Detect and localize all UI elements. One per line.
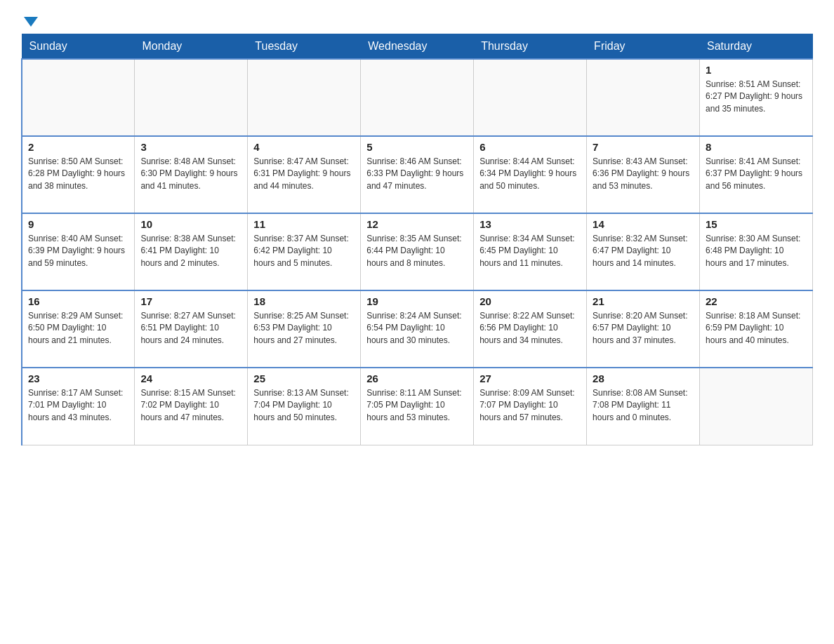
calendar-cell: [587, 59, 700, 136]
day-number: 11: [253, 218, 355, 230]
calendar-week-0: 1Sunrise: 8:51 AM Sunset: 6:27 PM Daylig…: [22, 59, 813, 136]
weekday-header-sunday: Sunday: [22, 34, 135, 60]
calendar-header: SundayMondayTuesdayWednesdayThursdayFrid…: [22, 34, 813, 60]
calendar-cell: [135, 59, 248, 136]
day-info: Sunrise: 8:09 AM Sunset: 7:07 PM Dayligh…: [479, 387, 581, 424]
day-info: Sunrise: 8:34 AM Sunset: 6:45 PM Dayligh…: [479, 233, 581, 269]
day-info: Sunrise: 8:24 AM Sunset: 6:54 PM Dayligh…: [366, 310, 468, 347]
calendar-week-1: 2Sunrise: 8:50 AM Sunset: 6:28 PM Daylig…: [22, 136, 813, 213]
day-info: Sunrise: 8:29 AM Sunset: 6:50 PM Dayligh…: [28, 310, 128, 347]
day-number: 19: [366, 295, 468, 307]
day-info: Sunrise: 8:20 AM Sunset: 6:57 PM Dayligh…: [593, 310, 694, 347]
weekday-header-monday: Monday: [135, 34, 248, 60]
day-number: 26: [366, 373, 468, 384]
calendar-cell: 25Sunrise: 8:13 AM Sunset: 7:04 PM Dayli…: [248, 368, 361, 445]
day-info: Sunrise: 8:37 AM Sunset: 6:42 PM Dayligh…: [253, 233, 355, 269]
weekday-header-saturday: Saturday: [700, 34, 813, 60]
weekday-header-wednesday: Wednesday: [361, 34, 474, 60]
page-header: [21, 14, 813, 27]
day-number: 20: [479, 295, 581, 307]
day-info: Sunrise: 8:41 AM Sunset: 6:37 PM Dayligh…: [706, 156, 807, 192]
calendar-cell: 7Sunrise: 8:43 AM Sunset: 6:36 PM Daylig…: [587, 136, 700, 213]
day-info: Sunrise: 8:51 AM Sunset: 6:27 PM Dayligh…: [706, 79, 807, 115]
calendar-cell: 15Sunrise: 8:30 AM Sunset: 6:48 PM Dayli…: [700, 213, 813, 290]
calendar-cell: 2Sunrise: 8:50 AM Sunset: 6:28 PM Daylig…: [22, 136, 135, 213]
calendar-week-4: 23Sunrise: 8:17 AM Sunset: 7:01 PM Dayli…: [22, 368, 813, 445]
day-info: Sunrise: 8:46 AM Sunset: 6:33 PM Dayligh…: [366, 156, 468, 192]
calendar-cell: 6Sunrise: 8:44 AM Sunset: 6:34 PM Daylig…: [474, 136, 587, 213]
day-number: 15: [706, 218, 807, 230]
calendar-cell: 9Sunrise: 8:40 AM Sunset: 6:39 PM Daylig…: [22, 213, 135, 290]
day-info: Sunrise: 8:22 AM Sunset: 6:56 PM Dayligh…: [479, 310, 581, 347]
day-number: 4: [253, 141, 355, 153]
day-number: 2: [28, 141, 128, 153]
calendar-cell: 14Sunrise: 8:32 AM Sunset: 6:47 PM Dayli…: [587, 213, 700, 290]
day-number: 27: [479, 373, 581, 384]
calendar-table: SundayMondayTuesdayWednesdayThursdayFrid…: [21, 34, 813, 445]
calendar-cell: [361, 59, 474, 136]
day-number: 28: [593, 373, 694, 384]
day-number: 21: [593, 295, 694, 307]
day-number: 3: [140, 141, 241, 153]
day-number: 23: [28, 373, 128, 384]
calendar-cell: 26Sunrise: 8:11 AM Sunset: 7:05 PM Dayli…: [361, 368, 474, 445]
day-info: Sunrise: 8:40 AM Sunset: 6:39 PM Dayligh…: [28, 233, 128, 269]
calendar-cell: 17Sunrise: 8:27 AM Sunset: 6:51 PM Dayli…: [135, 290, 248, 368]
calendar-cell: 4Sunrise: 8:47 AM Sunset: 6:31 PM Daylig…: [248, 136, 361, 213]
day-info: Sunrise: 8:32 AM Sunset: 6:47 PM Dayligh…: [593, 233, 694, 269]
calendar-cell: [248, 59, 361, 136]
day-number: 22: [706, 295, 807, 307]
day-number: 12: [366, 218, 468, 230]
day-info: Sunrise: 8:27 AM Sunset: 6:51 PM Dayligh…: [140, 310, 241, 347]
day-info: Sunrise: 8:35 AM Sunset: 6:44 PM Dayligh…: [366, 233, 468, 269]
calendar-cell: 12Sunrise: 8:35 AM Sunset: 6:44 PM Dayli…: [361, 213, 474, 290]
calendar-cell: [22, 59, 135, 136]
calendar-week-3: 16Sunrise: 8:29 AM Sunset: 6:50 PM Dayli…: [22, 290, 813, 368]
calendar-cell: 5Sunrise: 8:46 AM Sunset: 6:33 PM Daylig…: [361, 136, 474, 213]
weekday-row: SundayMondayTuesdayWednesdayThursdayFrid…: [22, 34, 813, 60]
logo: [21, 14, 38, 27]
day-info: Sunrise: 8:25 AM Sunset: 6:53 PM Dayligh…: [253, 310, 355, 347]
day-number: 18: [253, 295, 355, 307]
day-info: Sunrise: 8:17 AM Sunset: 7:01 PM Dayligh…: [28, 387, 128, 424]
day-info: Sunrise: 8:38 AM Sunset: 6:41 PM Dayligh…: [140, 233, 241, 269]
logo-arrow-icon: [24, 17, 38, 27]
calendar-cell: 27Sunrise: 8:09 AM Sunset: 7:07 PM Dayli…: [474, 368, 587, 445]
day-info: Sunrise: 8:48 AM Sunset: 6:30 PM Dayligh…: [140, 156, 241, 192]
calendar-cell: 10Sunrise: 8:38 AM Sunset: 6:41 PM Dayli…: [135, 213, 248, 290]
day-number: 6: [479, 141, 581, 153]
day-number: 16: [28, 295, 128, 307]
calendar-cell: 23Sunrise: 8:17 AM Sunset: 7:01 PM Dayli…: [22, 368, 135, 445]
calendar-cell: 28Sunrise: 8:08 AM Sunset: 7:08 PM Dayli…: [587, 368, 700, 445]
calendar-cell: 13Sunrise: 8:34 AM Sunset: 6:45 PM Dayli…: [474, 213, 587, 290]
calendar-cell: 19Sunrise: 8:24 AM Sunset: 6:54 PM Dayli…: [361, 290, 474, 368]
day-number: 24: [140, 373, 241, 384]
day-number: 1: [706, 64, 807, 76]
day-number: 8: [706, 141, 807, 153]
calendar-week-2: 9Sunrise: 8:40 AM Sunset: 6:39 PM Daylig…: [22, 213, 813, 290]
day-info: Sunrise: 8:47 AM Sunset: 6:31 PM Dayligh…: [253, 156, 355, 192]
calendar-cell: [700, 368, 813, 445]
calendar-cell: 16Sunrise: 8:29 AM Sunset: 6:50 PM Dayli…: [22, 290, 135, 368]
calendar-body: 1Sunrise: 8:51 AM Sunset: 6:27 PM Daylig…: [22, 59, 813, 445]
day-number: 7: [593, 141, 694, 153]
day-number: 5: [366, 141, 468, 153]
day-info: Sunrise: 8:43 AM Sunset: 6:36 PM Dayligh…: [593, 156, 694, 192]
calendar-cell: 20Sunrise: 8:22 AM Sunset: 6:56 PM Dayli…: [474, 290, 587, 368]
calendar-cell: 3Sunrise: 8:48 AM Sunset: 6:30 PM Daylig…: [135, 136, 248, 213]
calendar-cell: 1Sunrise: 8:51 AM Sunset: 6:27 PM Daylig…: [700, 59, 813, 136]
day-info: Sunrise: 8:11 AM Sunset: 7:05 PM Dayligh…: [366, 387, 468, 424]
day-number: 14: [593, 218, 694, 230]
day-info: Sunrise: 8:13 AM Sunset: 7:04 PM Dayligh…: [253, 387, 355, 424]
day-number: 10: [140, 218, 241, 230]
day-info: Sunrise: 8:50 AM Sunset: 6:28 PM Dayligh…: [28, 156, 128, 192]
calendar-cell: 18Sunrise: 8:25 AM Sunset: 6:53 PM Dayli…: [248, 290, 361, 368]
calendar-cell: 8Sunrise: 8:41 AM Sunset: 6:37 PM Daylig…: [700, 136, 813, 213]
day-info: Sunrise: 8:30 AM Sunset: 6:48 PM Dayligh…: [706, 233, 807, 269]
calendar-cell: 22Sunrise: 8:18 AM Sunset: 6:59 PM Dayli…: [700, 290, 813, 368]
day-number: 25: [253, 373, 355, 384]
day-info: Sunrise: 8:44 AM Sunset: 6:34 PM Dayligh…: [479, 156, 581, 192]
day-info: Sunrise: 8:08 AM Sunset: 7:08 PM Dayligh…: [593, 387, 694, 424]
weekday-header-thursday: Thursday: [474, 34, 587, 60]
calendar-cell: 24Sunrise: 8:15 AM Sunset: 7:02 PM Dayli…: [135, 368, 248, 445]
